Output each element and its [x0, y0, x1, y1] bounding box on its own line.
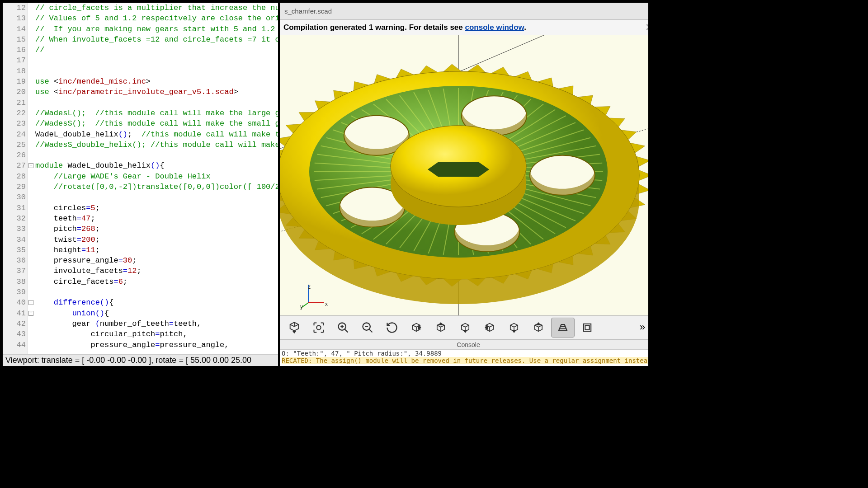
- code-editor-pane: 1213141516171819202122232425262728293031…: [3, 3, 278, 366]
- view-top-icon[interactable]: [429, 318, 453, 338]
- perspective-icon[interactable]: [551, 318, 575, 338]
- line-number-gutter: 1213141516171819202122232425262728293031…: [3, 3, 28, 354]
- svg-rect-85: [584, 324, 591, 331]
- 3d-viewport[interactable]: z y x: [280, 35, 651, 315]
- svg-line-83: [369, 329, 373, 333]
- axis-y-label: y: [300, 304, 303, 310]
- reset-view-icon[interactable]: [380, 318, 404, 338]
- svg-marker-73: [428, 162, 489, 177]
- view-toolbar: »: [280, 315, 651, 340]
- orthogonal-icon[interactable]: [576, 318, 599, 338]
- file-tab-label: s_chamfer.scad: [284, 7, 332, 15]
- axis-z-label: z: [308, 284, 311, 290]
- warning-text: Compilation generated 1 warning. For det…: [283, 23, 465, 32]
- view-left-icon[interactable]: [478, 318, 501, 338]
- view-bottom-icon[interactable]: [453, 318, 477, 338]
- viewport-status-bar: Viewport: translate = [ -0.00 -0.00 -0.0…: [3, 354, 278, 366]
- console-header[interactable]: Console: [280, 340, 651, 350]
- zoom-fit-icon[interactable]: [307, 318, 330, 338]
- view-front-icon[interactable]: [502, 318, 526, 338]
- zoom-out-icon[interactable]: [356, 318, 379, 338]
- toolbar-overflow-icon[interactable]: »: [631, 318, 651, 338]
- preview-icon[interactable]: [283, 318, 306, 338]
- view-right-icon[interactable]: [405, 318, 428, 338]
- view-back-icon[interactable]: [527, 318, 550, 338]
- code-text-area[interactable]: // circle_facets is a multiplier that in…: [34, 3, 278, 354]
- svg-rect-86: [585, 325, 589, 329]
- svg-line-79: [345, 329, 348, 333]
- compile-warning-bar: Compilation generated 1 warning. For det…: [280, 20, 651, 35]
- axis-x-label: x: [325, 301, 328, 307]
- close-warning-icon[interactable]: ✕: [645, 22, 651, 33]
- file-tab-bar[interactable]: s_chamfer.scad: [280, 3, 651, 20]
- zoom-in-icon[interactable]: [331, 318, 355, 338]
- fold-column: − −−: [28, 3, 34, 354]
- console-window-link[interactable]: console window: [465, 23, 524, 32]
- fold-toggle-icon[interactable]: −: [28, 300, 33, 305]
- console-output[interactable]: O: "Teeth:", 47, " Pitch radius:", 34.98…: [280, 350, 651, 366]
- preview-pane: s_chamfer.scad Compilation generated 1 w…: [278, 3, 651, 366]
- fold-toggle-icon[interactable]: −: [28, 163, 33, 168]
- warning-suffix: .: [524, 23, 526, 32]
- svg-point-77: [316, 325, 321, 329]
- fold-toggle-icon[interactable]: −: [28, 311, 33, 316]
